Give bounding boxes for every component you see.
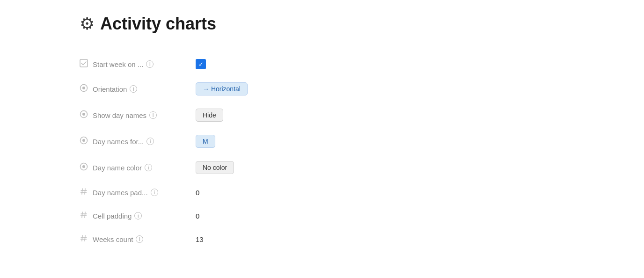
setting-row-orientation: Orientationi→ Horizontal — [80, 76, 564, 102]
info-icon-cell-padding[interactable]: i — [134, 212, 142, 219]
setting-value-cell-padding: 0 — [196, 212, 199, 220]
hash-icon-weeks-count — [80, 234, 93, 244]
setting-value-day-names-format: M — [196, 135, 215, 148]
setting-label-orientation: Orientationi — [93, 85, 186, 93]
settings-list: Start week on ...i✓ Orientationi→ Horizo… — [80, 52, 564, 251]
info-icon-start-week[interactable]: i — [146, 60, 154, 68]
setting-value-orientation: → Horizontal — [196, 82, 248, 95]
setting-label-show-day-names: Show day namesi — [93, 111, 186, 119]
numeric-value-cell-padding: 0 — [196, 212, 199, 220]
setting-label-day-names-format: Day names for...i — [93, 138, 186, 146]
setting-value-day-names-padding: 0 — [196, 189, 199, 197]
svg-line-9 — [82, 189, 82, 194]
svg-point-4 — [82, 113, 85, 116]
value-button-orientation[interactable]: → Horizontal — [196, 82, 248, 95]
circle-icon-show-day-names — [80, 110, 93, 120]
svg-line-18 — [85, 235, 85, 241]
setting-label-start-week: Start week on ...i — [93, 60, 186, 68]
checkbox-icon-start-week — [80, 59, 93, 69]
setting-value-weeks-count: 13 — [196, 235, 204, 243]
circle-icon-day-name-color — [80, 162, 93, 173]
svg-point-2 — [82, 87, 85, 89]
setting-label-cell-padding: Cell paddingi — [93, 212, 186, 220]
info-icon-show-day-names[interactable]: i — [149, 111, 157, 119]
svg-point-8 — [82, 165, 85, 168]
setting-value-start-week: ✓ — [196, 59, 206, 69]
page-header: ⚙ Activity charts — [80, 14, 564, 34]
setting-row-start-week: Start week on ...i✓ — [80, 52, 564, 76]
svg-line-17 — [82, 235, 82, 241]
numeric-value-day-names-padding: 0 — [196, 189, 199, 197]
setting-value-show-day-names: Hide — [196, 109, 223, 122]
checkbox-start-week[interactable]: ✓ — [196, 59, 206, 69]
svg-point-6 — [82, 139, 85, 142]
setting-row-weeks-count: Weeks counti13 — [80, 227, 564, 251]
info-icon-day-names-padding[interactable]: i — [151, 189, 158, 196]
setting-row-show-day-names: Show day namesiHide — [80, 102, 564, 128]
svg-line-14 — [85, 212, 85, 218]
setting-label-day-names-padding: Day names pad...i — [93, 189, 186, 197]
info-icon-weeks-count[interactable]: i — [136, 235, 143, 243]
hash-icon-cell-padding — [80, 211, 93, 221]
page-title: Activity charts — [100, 14, 216, 34]
gear-icon: ⚙ — [80, 14, 95, 34]
info-icon-day-name-color[interactable]: i — [145, 164, 152, 171]
circle-icon-day-names-format — [80, 136, 93, 146]
info-icon-day-names-format[interactable]: i — [146, 138, 154, 145]
svg-line-13 — [82, 212, 82, 218]
hash-icon-day-names-padding — [80, 187, 93, 198]
numeric-value-weeks-count: 13 — [196, 235, 204, 243]
setting-row-day-name-color: Day name coloriNo color — [80, 154, 564, 181]
setting-value-day-name-color: No color — [196, 161, 234, 174]
value-button-day-names-format[interactable]: M — [196, 135, 215, 148]
info-icon-orientation[interactable]: i — [130, 85, 137, 93]
setting-row-day-names-format: Day names for...iM — [80, 128, 564, 154]
setting-label-day-name-color: Day name colori — [93, 164, 186, 172]
value-button-show-day-names[interactable]: Hide — [196, 109, 223, 122]
setting-row-cell-padding: Cell paddingi0 — [80, 204, 564, 227]
svg-line-10 — [85, 189, 85, 194]
setting-label-weeks-count: Weeks counti — [93, 235, 186, 243]
setting-row-day-names-padding: Day names pad...i0 — [80, 181, 564, 204]
circle-icon-orientation — [80, 84, 93, 94]
value-button-day-name-color[interactable]: No color — [196, 161, 234, 174]
